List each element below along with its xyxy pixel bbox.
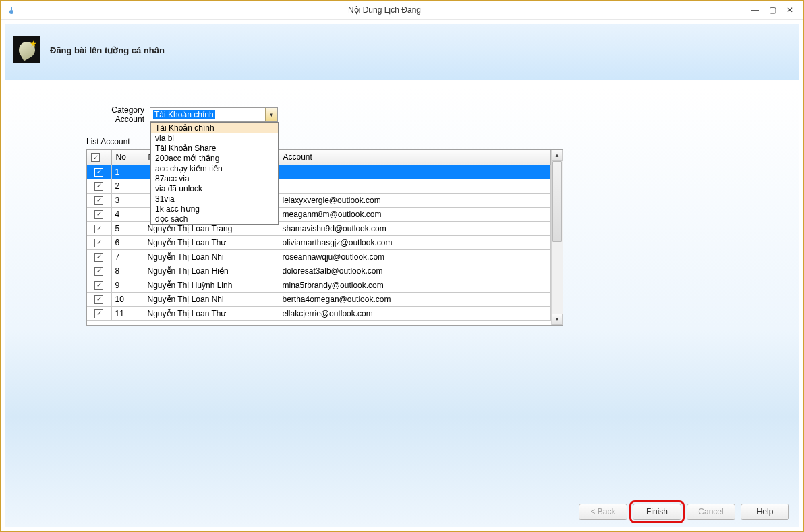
row-checkbox[interactable]: ✓: [94, 253, 103, 262]
titlebar: Nội Dung Lịch Đăng — ▢ ✕: [1, 1, 803, 20]
svg-rect-1: [11, 7, 12, 10]
row-checkbox[interactable]: ✓: [94, 225, 103, 233]
cell-no: 8: [111, 264, 144, 278]
cell-account: [279, 165, 551, 179]
page-title: Đăng bài lên tường cá nhân: [50, 45, 165, 55]
minimize-button[interactable]: —: [747, 3, 763, 17]
content-area: Category Account Tài Khoản chính ▼ Tài K…: [5, 88, 799, 527]
cell-no: 9: [111, 278, 144, 292]
table-scrollbar[interactable]: ▲ ▼: [551, 150, 563, 325]
cell-no: 4: [111, 207, 144, 221]
row-checkbox[interactable]: ✓: [94, 210, 103, 219]
category-option[interactable]: đọc sách: [151, 214, 278, 224]
header-strip: ★ Đăng bài lên tường cá nhân: [5, 24, 799, 80]
cell-account: doloresat3alb@outlook.com: [279, 264, 551, 278]
scroll-down-icon[interactable]: ▼: [552, 314, 563, 325]
window: Nội Dung Lịch Đăng — ▢ ✕ ★ Đăng bài lên …: [0, 0, 804, 532]
maximize-button[interactable]: ▢: [764, 3, 780, 17]
cell-name: Nguyễn Thị Loan Thư: [144, 235, 279, 249]
table-row[interactable]: ✓7Nguyễn Thị Loan Nhiroseannawqju@outloo…: [87, 249, 551, 264]
row-checkbox[interactable]: ✓: [94, 267, 103, 276]
cell-name: Nguyễn Thị Loan Nhi: [144, 249, 279, 264]
row-checkbox[interactable]: ✓: [94, 239, 103, 247]
cell-account: ellakcjerrie@outlook.com: [279, 306, 551, 320]
scroll-up-icon[interactable]: ▲: [552, 150, 563, 161]
category-option[interactable]: 200acc mới thắng: [151, 153, 278, 163]
cell-name: Nguyễn Thị Huỳnh Linh: [144, 278, 279, 292]
cancel-button[interactable]: Cancel: [687, 504, 735, 520]
column-header-checkbox[interactable]: ✓: [87, 150, 111, 165]
table-row[interactable]: ✓9Nguyễn Thị Huỳnh Linhmina5rbrandy@outl…: [87, 278, 551, 292]
category-option[interactable]: 87acc via: [151, 173, 278, 183]
category-dropdown: Tài Khoản chínhvia blTài Khoản Share200a…: [150, 122, 279, 225]
column-header-account[interactable]: Account: [279, 150, 551, 165]
cell-no: 10: [111, 292, 144, 306]
cell-account: [279, 179, 551, 193]
category-option[interactable]: Tài Khoản Share: [151, 143, 278, 153]
cell-account: shamavishu9d@outlook.com: [279, 221, 551, 235]
cell-no: 1: [111, 165, 144, 179]
category-option[interactable]: via đã unlock: [151, 183, 278, 194]
table-row[interactable]: ✓8Nguyễn Thị Loan Hiềndoloresat3alb@outl…: [87, 264, 551, 278]
category-option[interactable]: 31via: [151, 194, 278, 204]
category-combo-text: Tài Khoản chính: [150, 108, 265, 121]
post-icon: ★: [13, 36, 40, 63]
category-row: Category Account Tài Khoản chính ▼ Tài K…: [86, 107, 799, 122]
cell-account: roseannawqju@outlook.com: [279, 249, 551, 264]
cell-account: bertha4omegan@outlook.com: [279, 292, 551, 306]
app-icon: [6, 5, 17, 16]
window-controls: — ▢ ✕: [747, 3, 798, 17]
cell-account: meaganm8m@outlook.com: [279, 207, 551, 221]
category-option[interactable]: 1k acc hưng: [151, 204, 278, 214]
row-checkbox[interactable]: ✓: [94, 309, 103, 318]
category-option[interactable]: Tài Khoản chính: [151, 123, 278, 133]
row-checkbox[interactable]: ✓: [94, 281, 103, 290]
header-checkbox[interactable]: ✓: [91, 153, 100, 162]
row-checkbox[interactable]: ✓: [94, 182, 103, 191]
cell-no: 6: [111, 235, 144, 249]
category-option[interactable]: acc chạy kiếm tiền: [151, 163, 278, 173]
row-checkbox[interactable]: ✓: [94, 168, 103, 177]
window-title: Nội Dung Lịch Đăng: [22, 5, 747, 15]
cell-account: oliviamarthasgjz@outlook.com: [279, 235, 551, 249]
table-row[interactable]: ✓6Nguyễn Thị Loan Thưoliviamarthasgjz@ou…: [87, 235, 551, 249]
cell-name: Nguyễn Thị Loan Nhi: [144, 292, 279, 306]
window-body: ★ Đăng bài lên tường cá nhân Category Ac…: [1, 20, 803, 531]
cell-no: 2: [111, 179, 144, 193]
cell-account: lelaxyxvergie@outlook.com: [279, 193, 551, 207]
cell-account: mina5rbrandy@outlook.com: [279, 278, 551, 292]
finish-button[interactable]: Finish: [633, 504, 681, 520]
cell-no: 5: [111, 221, 144, 235]
category-label: Category Account: [86, 105, 147, 124]
table-row[interactable]: ✓10Nguyễn Thị Loan Nhibertha4omegan@outl…: [87, 292, 551, 306]
category-option[interactable]: via bl: [151, 133, 278, 143]
inner-frame: ★ Đăng bài lên tường cá nhân Category Ac…: [5, 24, 799, 527]
column-header-no[interactable]: No: [111, 150, 144, 165]
row-checkbox[interactable]: ✓: [94, 295, 103, 304]
button-bar: < Back Finish Cancel Help: [579, 504, 789, 520]
scroll-thumb[interactable]: [552, 161, 562, 242]
help-button[interactable]: Help: [741, 504, 789, 520]
cell-name: Nguyễn Thị Loan Thư: [144, 306, 279, 320]
chevron-down-icon[interactable]: ▼: [265, 108, 277, 121]
cell-no: 7: [111, 249, 144, 264]
table-row[interactable]: ✓11Nguyễn Thị Loan Thưellakcjerrie@outlo…: [87, 306, 551, 320]
cell-no: 3: [111, 193, 144, 207]
row-checkbox[interactable]: ✓: [94, 196, 103, 205]
close-button[interactable]: ✕: [782, 3, 798, 17]
category-combo[interactable]: Tài Khoản chính ▼ Tài Khoản chínhvia blT…: [150, 107, 278, 122]
cell-name: Nguyễn Thị Loan Hiền: [144, 264, 279, 278]
cell-no: 11: [111, 306, 144, 320]
svg-point-0: [9, 10, 13, 14]
back-button[interactable]: < Back: [579, 504, 627, 520]
